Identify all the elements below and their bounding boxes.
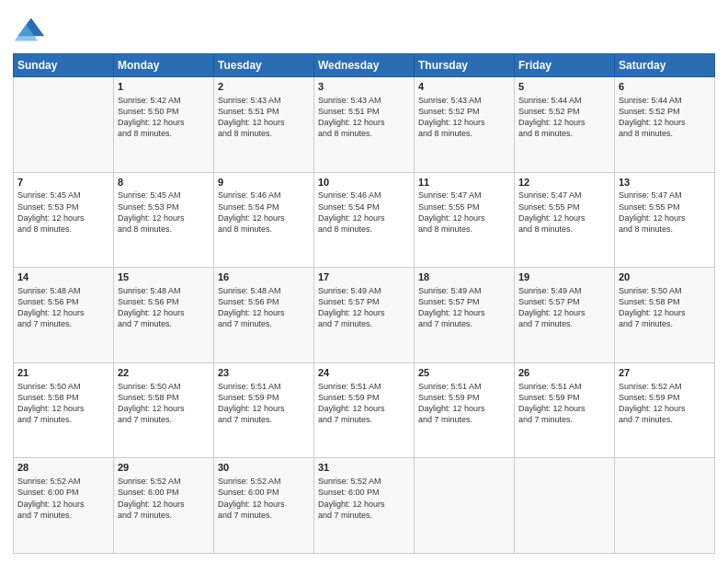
day-cell: 24Sunrise: 5:51 AMSunset: 5:59 PMDayligh… bbox=[314, 362, 415, 458]
day-info: and 7 minutes. bbox=[518, 318, 610, 329]
day-info: and 8 minutes. bbox=[619, 128, 711, 139]
day-info: Daylight: 12 hours bbox=[17, 403, 109, 414]
day-cell: 6Sunrise: 5:44 AMSunset: 5:52 PMDaylight… bbox=[615, 77, 715, 173]
day-info: Daylight: 12 hours bbox=[118, 117, 210, 128]
day-cell: 20Sunrise: 5:50 AMSunset: 5:58 PMDayligh… bbox=[615, 268, 715, 363]
day-info: and 7 minutes. bbox=[619, 318, 711, 329]
day-info: Sunset: 5:58 PM bbox=[118, 392, 210, 403]
day-info: Sunrise: 5:52 AM bbox=[118, 476, 210, 487]
day-info: Sunset: 5:53 PM bbox=[17, 201, 109, 213]
day-info: Daylight: 12 hours bbox=[518, 213, 610, 224]
day-info: Sunrise: 5:48 AM bbox=[218, 285, 310, 296]
header-cell-tuesday: Tuesday bbox=[214, 54, 314, 77]
day-info: Sunset: 5:55 PM bbox=[518, 201, 610, 213]
day-number: 26 bbox=[518, 366, 610, 380]
day-info: Sunset: 5:57 PM bbox=[518, 296, 610, 307]
day-info: Daylight: 12 hours bbox=[619, 307, 711, 318]
day-number: 30 bbox=[218, 461, 310, 475]
day-info: Sunrise: 5:47 AM bbox=[418, 190, 510, 201]
day-number: 15 bbox=[118, 270, 210, 284]
day-info: Daylight: 12 hours bbox=[118, 307, 210, 318]
day-info: Sunset: 5:59 PM bbox=[218, 392, 310, 403]
day-cell: 3Sunrise: 5:43 AMSunset: 5:51 PMDaylight… bbox=[314, 77, 415, 173]
day-number: 16 bbox=[218, 270, 310, 284]
day-number: 19 bbox=[518, 270, 610, 284]
day-info: Sunrise: 5:52 AM bbox=[17, 476, 109, 487]
day-info: Sunrise: 5:43 AM bbox=[318, 95, 410, 106]
day-info: and 7 minutes. bbox=[17, 318, 109, 329]
day-info: Daylight: 12 hours bbox=[619, 213, 711, 224]
calendar-table: SundayMondayTuesdayWednesdayThursdayFrid… bbox=[13, 53, 715, 554]
day-cell: 15Sunrise: 5:48 AMSunset: 5:56 PMDayligh… bbox=[114, 268, 214, 363]
calendar-header: SundayMondayTuesdayWednesdayThursdayFrid… bbox=[14, 54, 715, 77]
day-info: and 8 minutes. bbox=[518, 128, 610, 139]
day-info: Sunrise: 5:42 AM bbox=[118, 95, 210, 106]
day-number: 10 bbox=[318, 176, 410, 190]
header-cell-saturday: Saturday bbox=[615, 54, 715, 77]
day-number: 18 bbox=[418, 270, 510, 284]
day-cell: 7Sunrise: 5:45 AMSunset: 5:53 PMDaylight… bbox=[14, 172, 114, 268]
day-info: Sunset: 5:55 PM bbox=[619, 201, 711, 213]
day-info: and 8 minutes. bbox=[318, 224, 410, 235]
day-info: and 7 minutes. bbox=[418, 414, 510, 425]
day-info: Daylight: 12 hours bbox=[418, 213, 510, 224]
day-info: Sunset: 5:59 PM bbox=[418, 392, 510, 403]
day-info: Sunrise: 5:49 AM bbox=[318, 285, 410, 296]
day-info: Sunset: 5:54 PM bbox=[318, 201, 410, 213]
day-info: Sunrise: 5:50 AM bbox=[17, 381, 109, 392]
day-info: and 8 minutes. bbox=[619, 224, 711, 235]
day-info: Sunrise: 5:43 AM bbox=[218, 95, 310, 106]
day-info: and 8 minutes. bbox=[418, 224, 510, 235]
day-info: Sunset: 5:59 PM bbox=[318, 392, 410, 403]
day-number: 14 bbox=[17, 270, 109, 284]
day-info: Sunrise: 5:48 AM bbox=[17, 285, 109, 296]
day-cell: 8Sunrise: 5:45 AMSunset: 5:53 PMDaylight… bbox=[114, 172, 214, 268]
day-info: Daylight: 12 hours bbox=[518, 403, 610, 414]
day-cell: 13Sunrise: 5:47 AMSunset: 5:55 PMDayligh… bbox=[615, 172, 715, 268]
day-cell: 26Sunrise: 5:51 AMSunset: 5:59 PMDayligh… bbox=[515, 362, 615, 458]
day-cell: 23Sunrise: 5:51 AMSunset: 5:59 PMDayligh… bbox=[214, 362, 314, 458]
header-cell-thursday: Thursday bbox=[415, 54, 515, 77]
day-info: Sunrise: 5:45 AM bbox=[118, 190, 210, 201]
day-cell bbox=[14, 77, 114, 173]
header-cell-monday: Monday bbox=[114, 54, 214, 77]
day-info: Daylight: 12 hours bbox=[518, 117, 610, 128]
day-number: 5 bbox=[518, 80, 610, 94]
day-cell: 31Sunrise: 5:52 AMSunset: 6:00 PMDayligh… bbox=[314, 458, 415, 554]
day-info: Daylight: 12 hours bbox=[518, 307, 610, 318]
day-info: Sunset: 5:54 PM bbox=[218, 201, 310, 213]
day-cell: 14Sunrise: 5:48 AMSunset: 5:56 PMDayligh… bbox=[14, 268, 114, 363]
day-info: and 8 minutes. bbox=[118, 128, 210, 139]
day-number: 20 bbox=[619, 270, 711, 284]
day-info: Sunset: 5:57 PM bbox=[318, 296, 410, 307]
day-info: Sunset: 5:56 PM bbox=[17, 296, 109, 307]
day-info: Sunrise: 5:50 AM bbox=[118, 381, 210, 392]
week-row-3: 14Sunrise: 5:48 AMSunset: 5:56 PMDayligh… bbox=[14, 268, 715, 363]
day-number: 24 bbox=[318, 366, 410, 380]
day-info: Sunrise: 5:47 AM bbox=[619, 190, 711, 201]
day-cell: 16Sunrise: 5:48 AMSunset: 5:56 PMDayligh… bbox=[214, 268, 314, 363]
day-number: 11 bbox=[418, 176, 510, 190]
day-info: Daylight: 12 hours bbox=[17, 307, 109, 318]
day-cell bbox=[515, 458, 615, 554]
day-info: Daylight: 12 hours bbox=[218, 117, 310, 128]
header-cell-friday: Friday bbox=[515, 54, 615, 77]
logo bbox=[13, 13, 50, 46]
day-info: Sunset: 5:51 PM bbox=[218, 106, 310, 117]
calendar-body: 1Sunrise: 5:42 AMSunset: 5:50 PMDaylight… bbox=[14, 77, 715, 554]
day-info: and 8 minutes. bbox=[318, 128, 410, 139]
day-info: Daylight: 12 hours bbox=[218, 307, 310, 318]
day-number: 7 bbox=[17, 176, 109, 190]
day-info: and 7 minutes. bbox=[17, 510, 109, 521]
day-number: 4 bbox=[418, 80, 510, 94]
day-info: Sunset: 6:00 PM bbox=[218, 487, 310, 498]
day-info: Sunset: 5:56 PM bbox=[118, 296, 210, 307]
logo-icon bbox=[13, 13, 46, 46]
day-info: Sunset: 5:50 PM bbox=[118, 106, 210, 117]
day-info: Sunset: 6:00 PM bbox=[318, 487, 410, 498]
day-info: Daylight: 12 hours bbox=[619, 403, 711, 414]
day-cell: 12Sunrise: 5:47 AMSunset: 5:55 PMDayligh… bbox=[515, 172, 615, 268]
day-info: Sunrise: 5:52 AM bbox=[318, 476, 410, 487]
day-info: and 8 minutes. bbox=[17, 224, 109, 235]
day-info: Sunrise: 5:44 AM bbox=[518, 95, 610, 106]
